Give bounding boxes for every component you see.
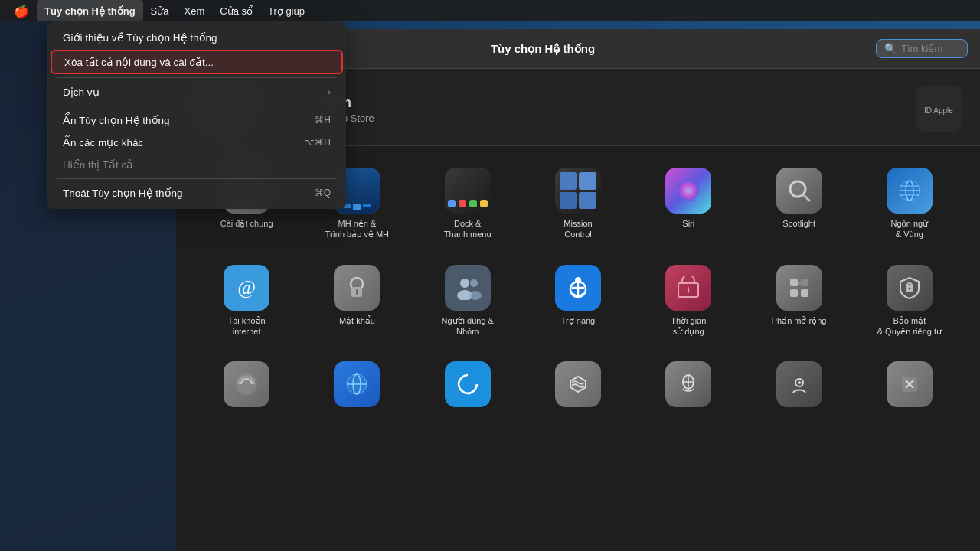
- svg-rect-30: [801, 289, 808, 297]
- dropdown-about[interactable]: Giới thiệu về Tùy chọn Hệ thống: [51, 27, 343, 48]
- svg-point-17: [469, 291, 482, 300]
- extensions-label: Phần mở rộng: [772, 315, 827, 326]
- icon-row3-6[interactable]: [746, 355, 851, 418]
- dropdown-separator-1: [57, 77, 337, 78]
- menubar-item-help[interactable]: Trợ giúp: [260, 0, 312, 21]
- svg-rect-27: [790, 279, 798, 286]
- row3-icon-4: [555, 361, 601, 407]
- icon-extensions[interactable]: Phần mở rộng: [746, 259, 851, 344]
- svg-point-34: [908, 287, 910, 289]
- profile-name: hị Ngọc Thanh: [256, 94, 903, 111]
- general-label: Cài đặt chung: [220, 218, 273, 229]
- extensions-icon: [776, 265, 822, 311]
- row3-icon-5: [665, 361, 711, 407]
- security-privacy-label: Bảo mật& Quyền riêng tư: [877, 315, 942, 337]
- row3-icon-3: [445, 361, 491, 407]
- icon-row3-3[interactable]: [416, 355, 520, 418]
- row3-icon-7: [887, 361, 933, 407]
- dropdown-hide-others-shortcut: ⌥⌘H: [304, 137, 331, 148]
- spotlight-label: Spotlight: [782, 218, 815, 229]
- icon-screen-time[interactable]: Thời giansử dụng: [636, 259, 740, 344]
- language-label: Ngôn ngữ& Vùng: [891, 218, 929, 240]
- screen-time-icon: [665, 265, 711, 311]
- mission-control-label: MissionControl: [564, 218, 592, 240]
- icon-language[interactable]: Ngôn ngữ& Vùng: [858, 161, 962, 246]
- dropdown-separator-2: [57, 106, 337, 106]
- icon-row3-1[interactable]: [194, 355, 299, 418]
- svg-point-14: [460, 279, 469, 288]
- svg-point-44: [798, 381, 801, 384]
- dropdown-show-all[interactable]: Hiển thị Tất cả: [51, 154, 343, 175]
- row3-icon-6: [776, 361, 822, 407]
- chevron-right-icon: ›: [328, 87, 331, 96]
- menubar-item-preferences[interactable]: Tùy chọn Hệ thống: [37, 0, 143, 21]
- svg-rect-28: [790, 289, 798, 297]
- dropdown-services[interactable]: Dịch vụ ›: [51, 81, 343, 103]
- icon-security-privacy[interactable]: Bảo mật& Quyền riêng tư: [858, 259, 962, 344]
- icon-row3-7[interactable]: [858, 355, 962, 418]
- search-bar[interactable]: 🔍 Tìm kiếm: [876, 39, 968, 58]
- icon-row3-5[interactable]: [636, 355, 740, 418]
- menubar-item-window[interactable]: Cửa sổ: [212, 0, 260, 21]
- spotlight-icon: [776, 168, 822, 214]
- icon-passwords[interactable]: Mật khẩu: [305, 259, 409, 344]
- dropdown-erase[interactable]: Xóa tất cả nội dung và cài đặt...: [51, 50, 343, 74]
- dock-label: Dock &Thanh menu: [444, 218, 492, 240]
- dropdown-quit[interactable]: Thoát Tùy chọn Hệ thống ⌘Q: [51, 182, 343, 204]
- dropdown-menu: Giới thiệu về Tùy chọn Hệ thống Xóa tất …: [47, 21, 346, 209]
- icon-users-groups[interactable]: Người dùng &Nhóm: [416, 259, 520, 344]
- screen-time-label: Thời giansử dụng: [671, 315, 706, 337]
- dropdown-hide-shortcut: ⌘H: [315, 115, 331, 126]
- users-groups-label: Người dùng &Nhóm: [441, 315, 493, 337]
- profile-desc: l, Phương tiện & App Store: [256, 112, 903, 124]
- apple-menu-icon[interactable]: 🍎: [6, 4, 37, 18]
- svg-point-16: [470, 279, 478, 287]
- security-privacy-icon: [887, 265, 933, 311]
- apple-id-button[interactable]: ID Apple: [916, 86, 962, 132]
- menubar-item-view[interactable]: Xem: [177, 0, 213, 21]
- profile-info: hị Ngọc Thanh l, Phương tiện & App Store: [256, 94, 903, 124]
- svg-line-5: [803, 194, 809, 201]
- dropdown-separator-3: [57, 178, 337, 179]
- search-placeholder: Tìm kiếm: [901, 43, 942, 54]
- svg-point-26: [688, 290, 690, 292]
- accessibility-label: Trợ năng: [561, 315, 596, 326]
- internet-accounts-label: Tài khoảninternet: [228, 315, 266, 337]
- dropdown-quit-shortcut: ⌘Q: [315, 187, 331, 198]
- icon-mission-control[interactable]: MissionControl: [526, 161, 630, 246]
- svg-rect-33: [907, 283, 912, 287]
- icon-row3-2[interactable]: [305, 355, 409, 418]
- internet-accounts-icon: @: [224, 265, 270, 311]
- siri-icon: [665, 168, 711, 214]
- icon-accessibility[interactable]: Trợ năng: [526, 259, 630, 344]
- icon-dock[interactable]: Dock &Thanh menu: [416, 161, 520, 246]
- row3-icon-2: [334, 361, 380, 407]
- users-groups-icon: [445, 265, 491, 311]
- dock-icon: [445, 168, 491, 214]
- search-icon: 🔍: [884, 43, 897, 54]
- svg-rect-31: [798, 282, 804, 285]
- dropdown-hide[interactable]: Ẩn Tùy chọn Hệ thống ⌘H: [51, 109, 343, 131]
- icon-internet-accounts[interactable]: @ Tài khoảninternet: [194, 259, 299, 344]
- mission-control-icon: [555, 168, 601, 214]
- icon-spotlight[interactable]: Spotlight: [746, 161, 851, 246]
- language-icon: [887, 168, 933, 214]
- wallpaper-label: MH nền &Trình bảo vệ MH: [325, 218, 389, 240]
- apple-id-label: ID Apple: [924, 106, 953, 115]
- icon-row3-4[interactable]: [526, 355, 630, 418]
- row3-icon-1: [224, 361, 270, 407]
- passwords-icon: [334, 265, 380, 311]
- passwords-label: Mật khẩu: [339, 315, 375, 326]
- dropdown-hide-others[interactable]: Ẩn các mục khác ⌥⌘H: [51, 132, 343, 153]
- siri-label: Siri: [682, 218, 694, 229]
- icon-siri[interactable]: Siri: [636, 161, 740, 246]
- menubar: 🍎 Tùy chọn Hệ thống Sửa Xem Cửa sổ Trợ g…: [0, 0, 980, 21]
- accessibility-icon: [555, 265, 601, 311]
- menubar-item-edit[interactable]: Sửa: [143, 0, 177, 21]
